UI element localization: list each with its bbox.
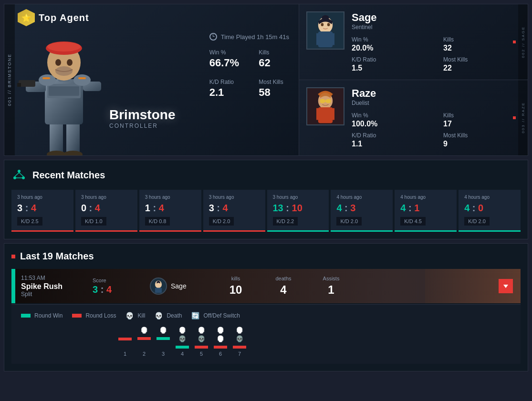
- sage-win-pct-value: 20.0%: [352, 44, 429, 52]
- match-time-0: 3 hours ago: [17, 195, 68, 200]
- score-right-4: 10: [292, 203, 303, 213]
- match-time-1: 3 hours ago: [81, 195, 132, 200]
- raze-kills: Kills 17: [443, 112, 521, 128]
- raze-kills-value: 17: [443, 120, 521, 128]
- agent-name: Brimstone: [109, 107, 175, 123]
- death-skull-r6-0: 💀: [236, 335, 243, 342]
- kills-value: 62: [259, 57, 289, 69]
- win-pct-value: 66.7%: [209, 57, 240, 69]
- match-time: 11:53 AM: [21, 275, 83, 281]
- round-num-1: 2: [136, 351, 153, 357]
- round-numbers: 1234567: [116, 351, 511, 357]
- sage-kd-label: K/D Ratio: [352, 56, 429, 63]
- sage-kills-value: 32: [443, 44, 521, 52]
- score-sep-7: :: [469, 203, 478, 213]
- sage-stats: Win % 20.0% Kills 32 K/D Ratio 1.5 Most …: [352, 36, 521, 72]
- round-num-6: 7: [231, 351, 248, 357]
- round-num-0: 1: [116, 351, 134, 357]
- match-score-3: 3 : 4: [209, 203, 260, 214]
- kill-skull-r4-0: 💀: [198, 327, 205, 334]
- score-sep-1: :: [86, 203, 95, 213]
- svg-point-19: [55, 66, 73, 76]
- match-time-5: 4 hours ago: [336, 195, 387, 200]
- match-score-right: 4: [106, 284, 112, 295]
- round-col-1: 💀: [136, 327, 153, 349]
- match-kd-4: K/D 2.2: [273, 217, 298, 226]
- match-time-3: 3 hours ago: [209, 195, 260, 200]
- score-sep-0: :: [22, 203, 31, 213]
- raze-kills-label: Kills: [443, 112, 521, 119]
- legend-round-win: Round Win: [21, 312, 63, 319]
- recent-match-2[interactable]: 3 hours ago1 : 4K/D 0.8: [139, 190, 201, 232]
- match-deaths-block: deaths 4: [264, 276, 303, 297]
- recent-match-6[interactable]: 4 hours ago4 : 1K/D 4.5: [395, 190, 457, 232]
- raze-kd-value: 1.1: [352, 140, 429, 148]
- match-detail-expanded: Round Win Round Loss 💀 Kill 💀 Death 🔄 Of…: [11, 304, 521, 364]
- recent-match-5[interactable]: 4 hours ago4 : 3K/D 2.0: [331, 190, 393, 232]
- switch-label: Off/Def Switch: [203, 312, 240, 319]
- top-section: 001 // BRIMSTONE ⭐ Top Agent: [4, 4, 528, 156]
- match-score-0: 3 : 4: [17, 203, 68, 214]
- switch-icon: 🔄: [191, 312, 199, 319]
- sage-portrait-inner: [307, 12, 344, 49]
- raze-kd: K/D Ratio 1.1: [352, 132, 429, 148]
- round-loss-indicator: [72, 314, 82, 318]
- score-right-7: 0: [478, 203, 483, 213]
- round-win-label: Round Win: [34, 312, 63, 319]
- match-agent-avatar: [150, 278, 167, 295]
- score-sep-6: :: [406, 203, 414, 213]
- match-agent-block: Sage: [150, 278, 207, 295]
- match-detail-row: 11:53 AM Spike Rush Split Score 3 : 4: [11, 269, 521, 303]
- win-pct-stat: Win % 66.7%: [209, 49, 240, 69]
- svg-rect-24: [318, 31, 333, 47]
- round-num-5: 6: [212, 351, 229, 357]
- kill-skull-r2-0: 💀: [159, 327, 167, 334]
- last-matches-header: Last 19 Matches: [11, 251, 521, 262]
- score-left-7: 4: [464, 203, 469, 213]
- recent-match-3[interactable]: 3 hours ago3 : 4K/D 2.0: [203, 190, 265, 232]
- recent-match-1[interactable]: 3 hours ago0 : 4K/D 1.0: [75, 190, 137, 232]
- match-time-7: 4 hours ago: [464, 195, 515, 200]
- kill-skull-r1-0: 💀: [140, 327, 148, 334]
- svg-point-16: [47, 42, 81, 51]
- raze-card[interactable]: Raze Duelist Win % 100.0% Kills 17 K/D R…: [299, 80, 528, 155]
- svg-point-27: [327, 23, 330, 26]
- sage-most-kills-label: Most Kills: [443, 56, 521, 63]
- legend-kill: 💀 Kill: [125, 312, 145, 319]
- kills-stat: Kills 62: [259, 49, 289, 69]
- round-col-2: 💀: [155, 327, 172, 349]
- match-deaths-label: deaths: [264, 276, 303, 281]
- score-sep-2: :: [150, 203, 159, 213]
- right-agents: Sage Sentinel Win % 20.0% Kills 32 K/D R…: [299, 4, 528, 155]
- match-time-2: 3 hours ago: [145, 195, 196, 200]
- score-right-6: 1: [414, 203, 419, 213]
- svg-rect-1: [66, 122, 80, 155]
- sage-card[interactable]: Sage Sentinel Win % 20.0% Kills 32 K/D R…: [299, 4, 528, 80]
- match-expand-button[interactable]: [499, 279, 513, 293]
- match-kills-value: 10: [217, 283, 255, 297]
- match-time-6: 4 hours ago: [400, 195, 451, 200]
- clock-icon: [209, 33, 217, 41]
- sage-kd-value: 1.5: [352, 64, 429, 72]
- recent-matches-header: Recent Matches: [11, 167, 521, 183]
- match-map: Split: [21, 291, 83, 298]
- top-badge: ⭐ Top Agent: [18, 9, 89, 26]
- recent-match-7[interactable]: 4 hours ago4 : 0K/D 2.0: [459, 190, 521, 232]
- recent-match-4[interactable]: 3 hours ago13 : 10K/D 2.2: [267, 190, 329, 232]
- svg-line-38: [19, 173, 23, 176]
- match-assists-label: Assists: [312, 276, 350, 281]
- match-kd-1: K/D 1.0: [81, 217, 106, 226]
- svg-point-26: [321, 23, 324, 26]
- match-assists-value: 1: [312, 283, 350, 297]
- score-right-3: 4: [223, 203, 228, 213]
- last-dot: [11, 255, 15, 258]
- round-bar-3: [176, 346, 189, 349]
- round-num-2: 3: [155, 351, 172, 357]
- sage-win-pct-label: Win %: [352, 36, 429, 43]
- sage-info: Sage Sentinel Win % 20.0% Kills 32 K/D R…: [344, 11, 521, 72]
- recent-match-0[interactable]: 3 hours ago3 : 4K/D 2.5: [11, 190, 73, 232]
- sage-most-kills: Most Kills 22: [443, 56, 521, 72]
- match-time-4: 3 hours ago: [273, 195, 323, 200]
- score-sep-3: :: [214, 203, 223, 213]
- brimstone-visual: [16, 27, 112, 155]
